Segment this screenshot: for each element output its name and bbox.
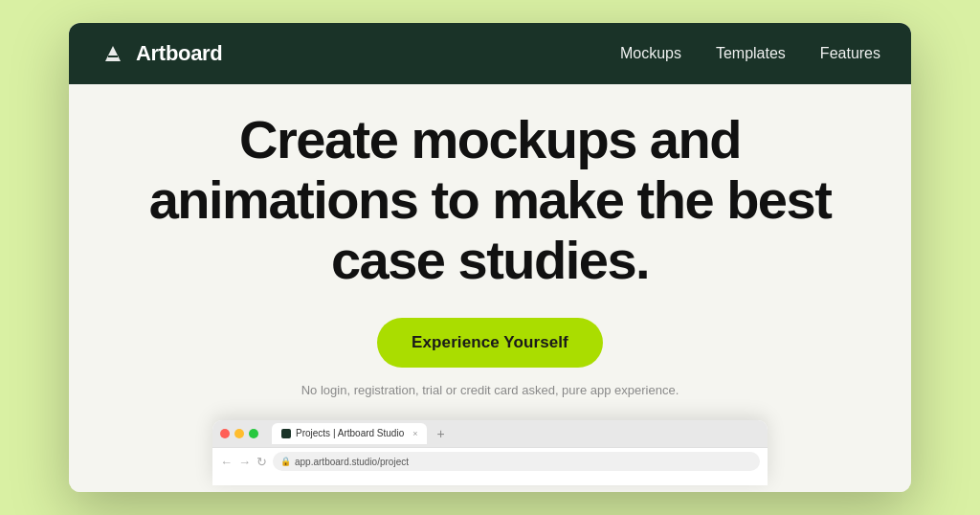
tab-label: Projects | Artboard Studio (296, 428, 404, 438)
traffic-light-green[interactable] (249, 429, 258, 438)
nav-link-mockups[interactable]: Mockups (620, 45, 681, 62)
logo-icon (100, 40, 126, 67)
traffic-lights (220, 429, 258, 438)
hero-heading: Create mockups and animations to make th… (145, 110, 835, 290)
traffic-light-yellow[interactable] (234, 429, 244, 438)
nav-link-templates[interactable]: Templates (716, 45, 786, 62)
new-tab-button[interactable]: + (433, 426, 448, 441)
logo-text: Artboard (136, 41, 223, 66)
mini-browser-tab[interactable]: Projects | Artboard Studio × (272, 423, 427, 444)
navbar: Artboard Mockups Templates Features (69, 23, 911, 84)
mini-browser-nav: ← → ↻ 🔒 app.artboard.studio/project (212, 447, 768, 476)
mini-browser-tab-bar: Projects | Artboard Studio × + (212, 420, 768, 447)
back-button[interactable]: ← (220, 455, 233, 469)
tab-close-icon[interactable]: × (412, 429, 417, 438)
browser-window: Artboard Mockups Templates Features Crea… (69, 23, 911, 492)
logo[interactable]: Artboard (100, 40, 223, 67)
address-text: app.artboard.studio/project (295, 457, 409, 467)
cta-button[interactable]: Experience Yourself (377, 318, 603, 368)
reload-button[interactable]: ↻ (256, 455, 267, 469)
traffic-light-red[interactable] (220, 429, 230, 438)
nav-link-features[interactable]: Features (820, 45, 880, 62)
cta-subtext: No login, registration, trial or credit … (301, 383, 679, 397)
mini-browser: Projects | Artboard Studio × + ← → ↻ 🔒 a… (212, 420, 768, 485)
navbar-links: Mockups Templates Features (620, 45, 880, 62)
address-bar[interactable]: 🔒 app.artboard.studio/project (273, 452, 760, 471)
lock-icon: 🔒 (280, 457, 291, 466)
main-content: Create mockups and animations to make th… (69, 84, 911, 492)
forward-button[interactable]: → (238, 455, 251, 469)
tab-favicon (281, 429, 291, 438)
